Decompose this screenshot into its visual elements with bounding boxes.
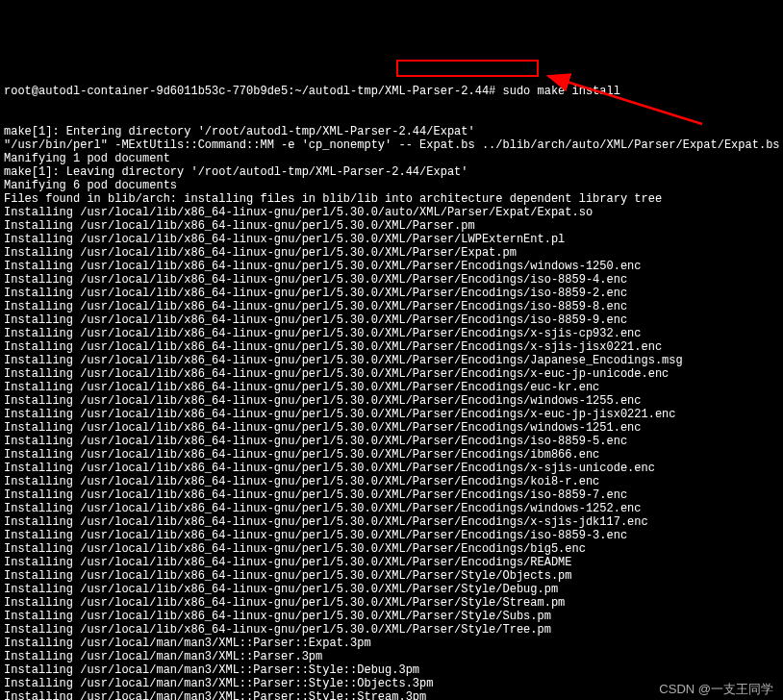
output-line: Installing /usr/local/lib/x86_64-linux-g…: [4, 260, 779, 273]
output-line: Installing /usr/local/lib/x86_64-linux-g…: [4, 246, 779, 260]
output-line: Installing /usr/local/man/man3/XML::Pars…: [4, 650, 779, 663]
output-line: Installing /usr/local/lib/x86_64-linux-g…: [4, 529, 779, 542]
output-line: Installing /usr/local/lib/x86_64-linux-g…: [4, 327, 779, 340]
output-line: Installing /usr/local/lib/x86_64-linux-g…: [4, 502, 779, 515]
output-line: Installing /usr/local/lib/x86_64-linux-g…: [4, 367, 779, 381]
output-line: make[1]: Leaving directory '/root/autodl…: [4, 165, 779, 179]
annotation-arrow: [539, 71, 712, 129]
output-line: Installing /usr/local/man/man3/XML::Pars…: [4, 663, 779, 677]
output-line: Installing /usr/local/lib/x86_64-linux-g…: [4, 206, 779, 219]
output-line: Installing /usr/local/lib/x86_64-linux-g…: [4, 623, 779, 637]
output-line: Installing /usr/local/lib/x86_64-linux-g…: [4, 610, 779, 623]
output-line: Manifying 6 pod documents: [4, 179, 779, 192]
output-line: Files found in blib/arch: installing fil…: [4, 192, 779, 206]
output-line: Installing /usr/local/lib/x86_64-linux-g…: [4, 354, 779, 367]
annotation-highlight-box: [396, 60, 539, 77]
output-line: Installing /usr/local/lib/x86_64-linux-g…: [4, 394, 779, 408]
output-line: Installing /usr/local/lib/x86_64-linux-g…: [4, 273, 779, 287]
output-line: Installing /usr/local/man/man3/XML::Pars…: [4, 637, 779, 650]
output-line: Installing /usr/local/lib/x86_64-linux-g…: [4, 542, 779, 556]
prompt-line: root@autodl-container-9d6011b53c-770b9de…: [4, 85, 779, 98]
shell-prompt: root@autodl-container-9d6011b53c-770b9de…: [4, 85, 502, 98]
output-line: make[1]: Entering directory '/root/autod…: [4, 125, 779, 138]
svg-line-1: [548, 76, 702, 124]
output-line: Installing /usr/local/lib/x86_64-linux-g…: [4, 300, 779, 313]
output-line: Installing /usr/local/lib/x86_64-linux-g…: [4, 556, 779, 569]
output-line: Installing /usr/local/lib/x86_64-linux-g…: [4, 462, 779, 475]
output-line: Installing /usr/local/lib/x86_64-linux-g…: [4, 408, 779, 421]
output-line: Installing /usr/local/lib/x86_64-linux-g…: [4, 381, 779, 394]
output-line: Installing /usr/local/lib/x86_64-linux-g…: [4, 583, 779, 596]
output-line: Manifying 1 pod document: [4, 152, 779, 165]
output-line: Installing /usr/local/lib/x86_64-linux-g…: [4, 448, 779, 462]
output-line: Installing /usr/local/lib/x86_64-linux-g…: [4, 435, 779, 448]
output-line: "/usr/bin/perl" -MExtUtils::Command::MM …: [4, 138, 779, 152]
output-line: Installing /usr/local/lib/x86_64-linux-g…: [4, 219, 779, 233]
output-lines: make[1]: Entering directory '/root/autod…: [4, 125, 779, 700]
terminal-output[interactable]: root@autodl-container-9d6011b53c-770b9de…: [4, 58, 779, 700]
output-line: Installing /usr/local/lib/x86_64-linux-g…: [4, 488, 779, 502]
output-line: Installing /usr/local/lib/x86_64-linux-g…: [4, 475, 779, 488]
output-line: Installing /usr/local/lib/x86_64-linux-g…: [4, 233, 779, 246]
command-text: sudo make install: [502, 85, 619, 98]
output-line: Installing /usr/local/lib/x86_64-linux-g…: [4, 313, 779, 327]
output-line: Installing /usr/local/lib/x86_64-linux-g…: [4, 515, 779, 529]
output-line: Installing /usr/local/lib/x86_64-linux-g…: [4, 569, 779, 583]
output-line: Installing /usr/local/lib/x86_64-linux-g…: [4, 287, 779, 300]
output-line: Installing /usr/local/lib/x86_64-linux-g…: [4, 596, 779, 610]
output-line: Installing /usr/local/lib/x86_64-linux-g…: [4, 340, 779, 354]
output-line: Installing /usr/local/lib/x86_64-linux-g…: [4, 421, 779, 435]
watermark: CSDN @一支王同学: [659, 683, 773, 696]
